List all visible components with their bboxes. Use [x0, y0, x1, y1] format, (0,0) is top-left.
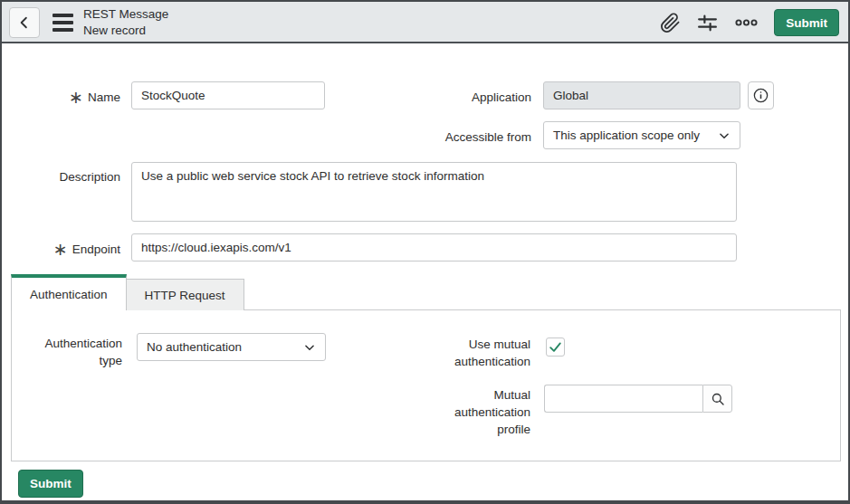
page-subtitle: New record [83, 23, 168, 39]
accessible-from-label: Accessible from [382, 128, 531, 146]
mutual-authentication-profile-input[interactable] [544, 385, 702, 413]
rest-message-new-record-page: REST Message New record Submit [0, 0, 850, 504]
authentication-panel: Authentication type No authentication Us… [11, 309, 841, 461]
name-label: ∗Name [2, 89, 120, 106]
more-options-button[interactable] [734, 13, 759, 33]
checkmark-icon [549, 340, 562, 354]
application-info-button[interactable] [748, 81, 774, 109]
application-label: Application [382, 89, 531, 106]
form-body: ∗Name Application Accessible from This a… [2, 45, 848, 500]
use-mutual-authentication-checkbox[interactable] [546, 338, 565, 357]
info-icon [752, 87, 769, 104]
required-indicator: ∗ [53, 240, 68, 259]
authentication-type-select[interactable]: No authentication [137, 333, 326, 361]
mutual-authentication-profile-field [544, 385, 732, 413]
paperclip-icon [660, 13, 681, 33]
section-tabs: Authentication HTTP Request [11, 274, 244, 310]
more-options-icon [734, 13, 759, 33]
search-icon [710, 391, 726, 407]
chevron-down-icon [718, 129, 731, 142]
footer-submit-button[interactable]: Submit [18, 470, 83, 498]
header-titles: REST Message New record [83, 6, 168, 38]
tab-authentication[interactable]: Authentication [11, 274, 127, 310]
mutual-authentication-profile-label: Mutual authentication profile [435, 386, 530, 438]
accessible-from-value: This application scope only [553, 128, 700, 142]
accessible-from-select[interactable]: This application scope only [543, 121, 740, 149]
context-menu-icon[interactable] [53, 14, 73, 32]
authentication-type-label: Authentication type [23, 335, 122, 369]
description-textarea[interactable]: Use a public web service stock API to re… [131, 162, 737, 222]
endpoint-label: ∗Endpoint [2, 241, 120, 258]
chevron-left-icon [16, 14, 33, 31]
form-header: REST Message New record Submit [2, 2, 848, 43]
back-button[interactable] [9, 7, 40, 38]
profile-lookup-button[interactable] [702, 385, 732, 413]
header-submit-button[interactable]: Submit [774, 9, 839, 36]
attachments-button[interactable] [660, 13, 681, 33]
name-input[interactable] [131, 81, 325, 109]
header-actions: Submit [660, 2, 839, 43]
personalize-form-button[interactable] [696, 12, 719, 34]
application-input [543, 81, 740, 109]
authentication-type-value: No authentication [147, 340, 242, 354]
tab-http-request[interactable]: HTTP Request [127, 279, 244, 310]
use-mutual-authentication-label: Use mutual authentication [435, 336, 530, 370]
sliders-icon [696, 12, 719, 34]
description-label: Description [2, 168, 120, 185]
page-title: REST Message [83, 6, 168, 23]
endpoint-input[interactable] [131, 233, 737, 262]
chevron-down-icon [303, 341, 316, 354]
required-indicator: ∗ [69, 88, 83, 107]
